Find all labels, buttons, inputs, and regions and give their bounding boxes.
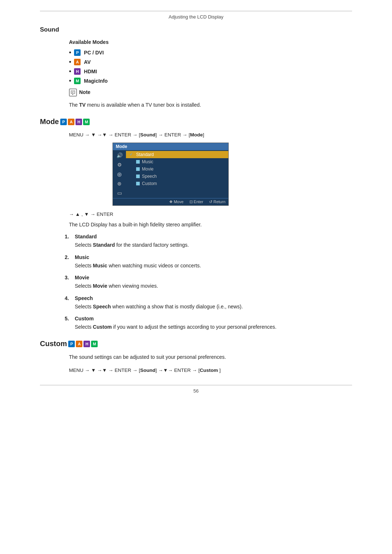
osd-icon-active: ◎ — [115, 171, 124, 178]
top-rule — [40, 11, 352, 11]
osd-title-bar: Mode — [113, 143, 228, 150]
item-num-2: 2. — [62, 254, 69, 260]
custom-badge-h: H — [83, 341, 90, 347]
note-icon — [69, 89, 77, 97]
badge-a: A — [74, 59, 81, 65]
custom-badge-p: P — [68, 341, 75, 347]
custom-heading: Custom P A H M — [40, 340, 352, 348]
bullet-dot: • — [69, 78, 71, 84]
mode-description: The LCD Display has a built-in high fide… — [69, 221, 352, 229]
osd-item-speech: Speech — [126, 173, 228, 180]
page-header: Adjusting the LCD Display — [40, 14, 352, 20]
item-label-movie: Movie — [75, 275, 89, 280]
item-desc-5: Selects Custom if you want to adjust the… — [75, 323, 352, 331]
item-num-1: 1. — [62, 234, 69, 239]
osd-item-movie: Movie — [126, 165, 228, 173]
osd-item-music: Music — [126, 158, 228, 165]
osd-item-custom: Custom — [126, 180, 228, 187]
osd-menu: Mode 🔊 ⚙ ◎ ⊛ ▭ ✓ Standard — [113, 143, 229, 206]
osd-color-music — [136, 160, 140, 164]
osd-label-speech: Speech — [142, 174, 157, 179]
osd-body: 🔊 ⚙ ◎ ⊛ ▭ ✓ Standard — [113, 150, 228, 198]
item-num-3: 3. — [62, 275, 69, 280]
list-item: • P PC / DVI — [69, 49, 352, 56]
osd-icon-input: ▭ — [115, 189, 124, 197]
bullet-dot: • — [69, 68, 71, 75]
custom-badges-row: P A H M — [68, 341, 98, 347]
osd-icon-settings: ⚙ — [115, 161, 124, 168]
osd-label-custom: Custom — [142, 181, 157, 186]
osd-screenshot: Mode 🔊 ⚙ ◎ ⊛ ▭ ✓ Standard — [113, 143, 229, 206]
numbered-item-header-4: 4. Speech — [62, 295, 352, 301]
item-label-music: Music — [75, 254, 89, 260]
custom-heading-text: Custom — [40, 340, 67, 348]
osd-checkmark-empty4 — [130, 181, 134, 186]
item-label-standard: Standard — [75, 234, 97, 239]
osd-label-movie: Movie — [142, 167, 154, 172]
osd-footer-return: ↺ Return — [209, 200, 225, 204]
numbered-item-header-3: 3. Movie — [62, 275, 352, 280]
mode-badge-p: P — [60, 119, 67, 125]
osd-color-custom — [136, 182, 140, 185]
item-label-speech: Speech — [75, 295, 93, 301]
numbered-item-header-1: 1. Standard — [62, 234, 352, 239]
osd-footer: ❖ Move ⊡ Enter ↺ Return — [113, 198, 228, 205]
badge-h: H — [74, 68, 81, 75]
mode-label-hdmi: HDMI — [84, 69, 97, 74]
note-paragraph: The TV menu is available when a TV tuner… — [69, 101, 352, 109]
custom-section: Custom P A H M The sound settings can be… — [40, 340, 352, 374]
osd-right-list: ✓ Standard Music Movie — [126, 150, 228, 198]
item-num-5: 5. — [62, 316, 69, 321]
custom-description: The sound settings can be adjusted to su… — [69, 353, 352, 361]
mode-badge-h: H — [75, 119, 82, 125]
sound-section: Sound Available Modes • P PC / DVI • A A… — [40, 26, 352, 109]
osd-checkmark-empty2 — [130, 167, 134, 171]
custom-badge-m: M — [91, 341, 98, 347]
custom-badge-a: A — [76, 341, 82, 347]
custom-menu-path: MENU → ▼ →▼ → ENTER → [Sound] →▼→ ENTER … — [69, 366, 352, 374]
item-num-4: 4. — [62, 295, 69, 301]
sound-title: Sound — [40, 26, 352, 33]
osd-label-music: Music — [142, 159, 153, 164]
mode-label-av: AV — [84, 59, 90, 65]
osd-footer-move: ❖ Move — [169, 200, 184, 204]
numbered-item-header-2: 2. Music — [62, 254, 352, 260]
numbered-item-5: 5. Custom Selects Custom if you want to … — [62, 316, 352, 331]
item-label-custom: Custom — [75, 316, 94, 321]
item-desc-3: Selects Movie when viewing movies. — [75, 282, 352, 290]
bottom-rule — [40, 385, 352, 385]
available-modes-label: Available Modes — [69, 39, 352, 45]
osd-icon-sound: 🔊 — [115, 152, 124, 159]
numbered-item-header-5: 5. Custom — [62, 316, 352, 321]
mode-badges-row: P A H M — [60, 119, 90, 125]
osd-label-standard: Standard — [136, 152, 154, 157]
osd-checkmark-empty3 — [130, 174, 134, 178]
osd-checkmark-empty — [130, 160, 134, 164]
numbered-item-4: 4. Speech Selects Speech when watching a… — [62, 295, 352, 311]
page-number: 56 — [40, 388, 352, 394]
osd-footer-enter: ⊡ Enter — [189, 200, 203, 204]
item-desc-1: Selects Standard for the standard factor… — [75, 241, 352, 249]
osd-color-speech — [136, 175, 140, 178]
numbered-item-2: 2. Music Selects Music when watching mus… — [62, 254, 352, 270]
numbered-item-1: 1. Standard Selects Standard for the sta… — [62, 234, 352, 249]
mode-heading-text: Mode — [40, 118, 59, 126]
list-item: • A AV — [69, 59, 352, 65]
note-label: Note — [79, 89, 90, 95]
osd-checkmark: ✓ — [130, 152, 134, 157]
list-item: • M MagicInfo — [69, 78, 352, 84]
item-desc-4: Selects Speech when watching a show that… — [75, 303, 352, 311]
numbered-item-3: 3. Movie Selects Movie when viewing movi… — [62, 275, 352, 290]
badge-p: P — [74, 49, 81, 56]
modes-list: • P PC / DVI • A AV • H HDMI • M MagicIn… — [69, 49, 352, 84]
badge-m: M — [74, 78, 81, 84]
mode-badge-a: A — [68, 119, 74, 125]
osd-item-standard: ✓ Standard — [126, 151, 228, 158]
mode-menu-path: MENU → ▼ →▼ → ENTER → [Sound] → ENTER → … — [69, 131, 352, 139]
bullet-dot: • — [69, 49, 71, 56]
list-item: • H HDMI — [69, 68, 352, 75]
mode-label-magicinfo: MagicInfo — [84, 78, 107, 84]
mode-badge-m: M — [83, 119, 90, 125]
numbered-list: 1. Standard Selects Standard for the sta… — [62, 234, 352, 331]
note-box: Note — [69, 89, 352, 97]
